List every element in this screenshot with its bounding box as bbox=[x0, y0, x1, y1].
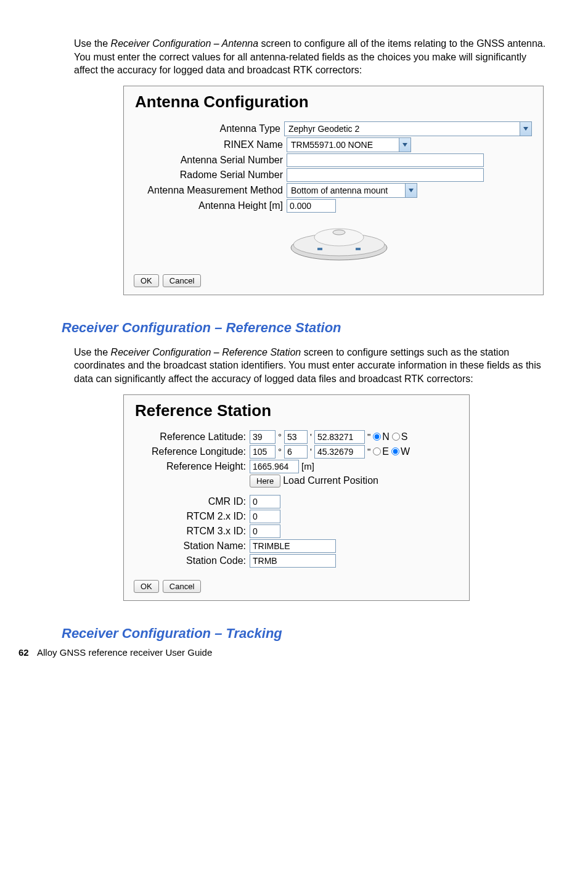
lat-deg-input[interactable] bbox=[250, 430, 276, 444]
measurement-method-dropdown[interactable]: Bottom of antenna mount bbox=[287, 183, 417, 198]
sec-symbol: " bbox=[367, 446, 370, 457]
page-footer: 62 Alloy GNSS reference receiver User Gu… bbox=[18, 647, 212, 658]
lon-min-input[interactable] bbox=[284, 445, 308, 459]
chevron-down-icon bbox=[399, 138, 410, 152]
svg-rect-5 bbox=[356, 248, 361, 250]
label-cmr-id: CMR ID: bbox=[135, 496, 250, 507]
panel-title: Reference Station bbox=[124, 395, 469, 425]
lon-east-radio[interactable] bbox=[373, 447, 381, 455]
lat-north-radio[interactable] bbox=[373, 433, 381, 441]
lon-west-radio[interactable] bbox=[391, 447, 399, 455]
deg-symbol: ° bbox=[278, 446, 282, 457]
min-symbol: ' bbox=[310, 431, 312, 442]
label-s: S bbox=[401, 431, 408, 443]
heading-reference-station: Receiver Configuration – Reference Stati… bbox=[62, 320, 551, 336]
antenna-illustration bbox=[287, 214, 391, 263]
station-name-input[interactable] bbox=[250, 539, 336, 553]
cmr-id-input[interactable] bbox=[250, 495, 280, 508]
station-code-input[interactable] bbox=[250, 554, 336, 568]
text: Use the bbox=[74, 38, 111, 49]
ok-button[interactable]: OK bbox=[134, 274, 159, 287]
label-w: W bbox=[401, 446, 410, 457]
label-ref-longitude: Reference Longitude: bbox=[135, 446, 250, 457]
label-radome-serial: Radome Serial Number bbox=[135, 169, 287, 181]
ref-height-input[interactable] bbox=[250, 460, 299, 473]
text: Use the bbox=[74, 347, 111, 357]
lat-south-radio[interactable] bbox=[392, 433, 400, 441]
lon-deg-input[interactable] bbox=[250, 445, 276, 459]
cancel-button[interactable]: Cancel bbox=[163, 580, 201, 593]
intro-antenna-paragraph: Use the Receiver Configuration – Antenna… bbox=[74, 37, 551, 77]
heading-tracking: Receiver Configuration – Tracking bbox=[62, 626, 551, 642]
load-current-position-label: Load Current Position bbox=[283, 475, 378, 486]
screenshot-antenna-config: Antenna Configuration Antenna Type Zephy… bbox=[123, 86, 544, 295]
screenshot-reference-station: Reference Station Reference Latitude: ° … bbox=[123, 394, 470, 601]
chevron-down-icon bbox=[520, 122, 531, 136]
deg-symbol: ° bbox=[278, 431, 282, 442]
antenna-type-dropdown[interactable]: Zephyr Geodetic 2 bbox=[284, 121, 532, 136]
panel-title: Antenna Configuration bbox=[124, 86, 543, 116]
ok-button[interactable]: OK bbox=[134, 580, 159, 593]
height-unit: [m] bbox=[301, 461, 314, 471]
label-n: N bbox=[382, 431, 390, 443]
label-station-code: Station Code: bbox=[135, 555, 250, 566]
svg-rect-4 bbox=[317, 248, 322, 250]
dropdown-value: TRM55971.00 NONE bbox=[287, 138, 399, 152]
radome-serial-input[interactable] bbox=[287, 168, 484, 182]
label-rtcm2-id: RTCM 2.x ID: bbox=[135, 511, 250, 522]
lat-sec-input[interactable] bbox=[314, 430, 365, 444]
lon-sec-input[interactable] bbox=[314, 445, 365, 459]
antenna-height-input[interactable] bbox=[287, 199, 336, 213]
label-e: E bbox=[382, 446, 389, 457]
label-antenna-type: Antenna Type bbox=[135, 123, 284, 134]
chevron-down-icon bbox=[405, 184, 417, 197]
label-measurement-method: Antenna Measurement Method bbox=[135, 185, 287, 196]
text-italic: Receiver Configuration – Antenna bbox=[111, 38, 259, 49]
sec-symbol: " bbox=[367, 431, 370, 442]
label-rinex-name: RINEX Name bbox=[135, 139, 287, 150]
rtcm3-id-input[interactable] bbox=[250, 524, 280, 538]
page-number: 62 bbox=[18, 647, 29, 658]
intro-refstation-paragraph: Use the Receiver Configuration – Referen… bbox=[74, 346, 551, 386]
here-button[interactable]: Here bbox=[250, 475, 280, 487]
dropdown-value: Zephyr Geodetic 2 bbox=[285, 122, 520, 136]
cancel-button[interactable]: Cancel bbox=[163, 274, 201, 287]
rtcm2-id-input[interactable] bbox=[250, 510, 280, 523]
label-rtcm3-id: RTCM 3.x ID: bbox=[135, 526, 250, 537]
lat-min-input[interactable] bbox=[284, 430, 308, 444]
label-ref-latitude: Reference Latitude: bbox=[135, 431, 250, 443]
min-symbol: ' bbox=[310, 446, 312, 457]
label-antenna-serial: Antenna Serial Number bbox=[135, 155, 287, 166]
footer-title: Alloy GNSS reference receiver User Guide bbox=[37, 647, 212, 658]
label-antenna-height: Antenna Height [m] bbox=[135, 200, 287, 211]
label-ref-height: Reference Height: bbox=[135, 461, 250, 472]
rinex-name-dropdown[interactable]: TRM55971.00 NONE bbox=[287, 137, 411, 152]
text-italic: Receiver Configuration – Reference Stati… bbox=[111, 347, 301, 357]
label-station-name: Station Name: bbox=[135, 540, 250, 552]
antenna-serial-input[interactable] bbox=[287, 153, 484, 167]
dropdown-value: Bottom of antenna mount bbox=[287, 184, 405, 197]
svg-point-3 bbox=[333, 230, 345, 235]
